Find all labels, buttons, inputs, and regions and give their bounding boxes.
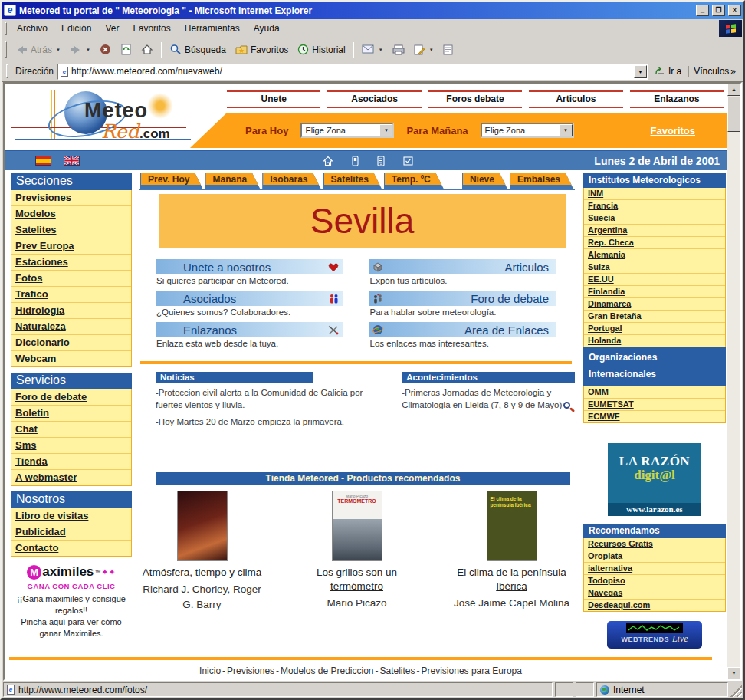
- sidebar-link[interactable]: Contacto: [11, 541, 131, 556]
- larazon-ad[interactable]: LA RAZÓN digit@l www.larazon.es: [608, 443, 701, 516]
- sidebar-link[interactable]: Rep. Checa: [584, 237, 725, 249]
- footer-link[interactable]: Previsiones para Europa: [422, 665, 522, 676]
- address-input[interactable]: e http://www.meteored.com/nuevaweb/ ▼: [57, 64, 648, 80]
- sidebar-link[interactable]: Estaciones: [11, 255, 131, 271]
- maximiles-aqui-link[interactable]: aquí: [49, 617, 65, 626]
- book-cover-clima[interactable]: El clima de la península Ibérica: [487, 491, 537, 561]
- sidebar-link[interactable]: INM: [584, 188, 725, 200]
- sidebar-link[interactable]: Argentina: [584, 225, 725, 237]
- favorites-button[interactable]: Favoritos: [231, 42, 292, 58]
- maximize-button[interactable]: ❐: [712, 5, 725, 16]
- sidebar-link[interactable]: Fotos: [11, 271, 131, 287]
- sidebar-link[interactable]: Trafico: [11, 287, 131, 303]
- top-nav-button[interactable]: Foros debate: [428, 90, 522, 108]
- menu-item[interactable]: Ver: [98, 21, 126, 36]
- enlaces-bar[interactable]: Area de Enlaces: [369, 322, 557, 337]
- sidebar-link[interactable]: Desdeaqui.com: [584, 600, 725, 611]
- zone-select-today[interactable]: Elige Zona ▼: [300, 123, 394, 138]
- sidebar-link[interactable]: Diccionario: [11, 335, 131, 351]
- unete-bar[interactable]: Unete a nosotros: [156, 259, 343, 274]
- top-nav-button[interactable]: Articulos: [529, 90, 622, 108]
- sidebar-link[interactable]: A webmaster: [11, 470, 131, 485]
- search-button[interactable]: Búsqueda: [166, 41, 230, 58]
- sidebar-link[interactable]: Chat: [11, 422, 131, 438]
- sidebar-link[interactable]: Portugal: [584, 323, 725, 335]
- sidebar-link[interactable]: Previsiones: [11, 190, 131, 206]
- forecast-tab[interactable]: Satelites: [323, 173, 382, 189]
- mail-button[interactable]: ▼: [358, 42, 387, 57]
- edit-button[interactable]: ▼: [410, 42, 438, 58]
- sidebar-link[interactable]: Boletin: [11, 406, 131, 422]
- menu-item[interactable]: Herramientas: [178, 21, 247, 36]
- foro-bar[interactable]: Foro de debate: [369, 291, 557, 306]
- mail-dropdown-icon[interactable]: ▼: [379, 48, 383, 52]
- addressbar-grip[interactable]: [6, 64, 8, 78]
- footer-link[interactable]: Modelos de Prediccion: [281, 665, 373, 676]
- history-button[interactable]: Historial: [294, 41, 349, 58]
- top-nav-button[interactable]: Asociados: [327, 90, 421, 108]
- home-button[interactable]: [137, 41, 157, 58]
- asociados-bar[interactable]: Asociados: [156, 291, 343, 306]
- webtrends-badge[interactable]: WEBTRENDS Live: [607, 621, 702, 649]
- sidebar-link[interactable]: Modelos: [11, 206, 131, 222]
- sidebar-link[interactable]: Suiza: [584, 261, 725, 274]
- footer-link[interactable]: Previsiones: [227, 665, 274, 676]
- spain-flag-icon[interactable]: [35, 156, 51, 166]
- product-title-link[interactable]: Los grillos son un termómetro: [297, 566, 418, 593]
- forward-dropdown-icon[interactable]: ▼: [86, 48, 90, 52]
- forecast-tab[interactable]: Temp. ºC: [384, 173, 444, 189]
- articulos-bar[interactable]: Articulos: [369, 259, 557, 274]
- back-button[interactable]: Atrás▼: [11, 42, 64, 58]
- refresh-button[interactable]: [117, 41, 136, 58]
- sidebar-link[interactable]: Todopiso: [584, 575, 725, 587]
- sidebar-link[interactable]: Prev Europa: [11, 238, 131, 255]
- close-button[interactable]: ×: [728, 5, 741, 16]
- menu-item[interactable]: Archivo: [10, 21, 54, 36]
- links-button[interactable]: Vínculos »: [688, 66, 740, 77]
- sidebar-link[interactable]: EE.UU: [584, 274, 725, 286]
- mail-check-icon[interactable]: [403, 156, 413, 166]
- address-value[interactable]: http://www.meteored.com/nuevaweb/: [71, 66, 631, 77]
- menu-item[interactable]: Edición: [54, 21, 98, 36]
- sidebar-link[interactable]: OMM: [584, 386, 725, 399]
- print-button[interactable]: [389, 42, 409, 58]
- book-cover-grillos[interactable]: Mario Picazo TERMOMETRO: [332, 491, 382, 561]
- favoritos-link[interactable]: Favoritos: [650, 125, 695, 136]
- menu-item[interactable]: Favoritos: [126, 21, 177, 36]
- sidebar-link[interactable]: Finlandia: [584, 286, 725, 298]
- sidebar-link[interactable]: Alemania: [584, 249, 725, 261]
- sidebar-link[interactable]: Webcam: [11, 351, 131, 366]
- forecast-tab[interactable]: Mañana: [205, 173, 260, 189]
- zone-select-today-dropdown-icon[interactable]: ▼: [379, 124, 392, 136]
- zone-select-tomorrow[interactable]: Elige Zona ▼: [481, 123, 574, 138]
- sidebar-link[interactable]: Recursos Gratis: [584, 538, 725, 550]
- sidebar-link[interactable]: Naturaleza: [11, 319, 131, 335]
- sidebar-link[interactable]: Suecia: [584, 212, 725, 225]
- enlazanos-bar[interactable]: Enlazanos: [156, 322, 343, 337]
- forecast-tab[interactable]: Prev. Hoy: [140, 173, 202, 189]
- top-nav-button[interactable]: Unete: [227, 90, 320, 108]
- phone-icon[interactable]: [352, 156, 359, 166]
- scroll-up-icon[interactable]: ▲: [727, 84, 740, 96]
- sidebar-link[interactable]: Publicidad: [11, 524, 131, 541]
- sidebar-link[interactable]: Holanda: [584, 335, 725, 347]
- resize-grip[interactable]: [730, 682, 742, 697]
- scroll-down-icon[interactable]: ▼: [727, 667, 740, 679]
- edit-dropdown-icon[interactable]: ▼: [429, 48, 434, 52]
- toolbar-grip[interactable]: [5, 41, 7, 57]
- sidebar-link[interactable]: Satelites: [11, 222, 131, 238]
- sidebar-link[interactable]: Dinamarca: [584, 298, 725, 311]
- sidebar-link[interactable]: Gran Bretaña: [584, 311, 725, 323]
- sidebar-link[interactable]: ECMWF: [584, 411, 725, 422]
- stop-button[interactable]: [96, 41, 115, 58]
- pager-icon[interactable]: [377, 156, 385, 166]
- menubar-grip[interactable]: [5, 22, 7, 35]
- sidebar-link[interactable]: ialternativa: [584, 563, 725, 575]
- forecast-tab[interactable]: Nieve: [462, 173, 507, 189]
- sidebar-link[interactable]: EUMETSAT: [584, 399, 725, 411]
- sidebar-link[interactable]: Libro de visitas: [11, 508, 131, 524]
- book-cover-atmosfera[interactable]: [177, 491, 228, 561]
- sidebar-link[interactable]: Navegas: [584, 587, 725, 600]
- back-dropdown-icon[interactable]: ▼: [56, 48, 61, 52]
- uk-flag-icon[interactable]: [64, 156, 80, 166]
